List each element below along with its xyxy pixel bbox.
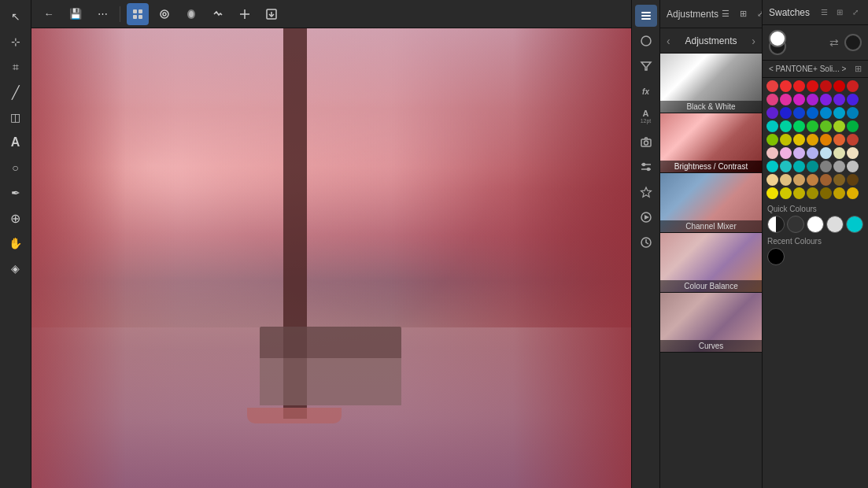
swatch[interactable] <box>833 161 845 172</box>
swatch[interactable] <box>793 187 805 199</box>
fx-button[interactable]: fx <box>635 80 657 102</box>
swatch[interactable] <box>766 187 778 199</box>
swatch[interactable] <box>780 161 792 172</box>
star-button[interactable] <box>635 181 657 203</box>
swatches-grid-icon[interactable]: ⊞ <box>833 6 846 19</box>
swatch[interactable] <box>807 174 818 186</box>
quick-black-swatch[interactable] <box>787 216 804 233</box>
adjustment-cb[interactable]: Colour Balance <box>660 233 762 293</box>
swatch[interactable] <box>807 187 818 199</box>
liquify-persona-button[interactable] <box>180 3 202 25</box>
swatch[interactable] <box>847 161 859 172</box>
swatch[interactable] <box>820 161 832 172</box>
swatch[interactable] <box>820 134 832 146</box>
adjustments-nav-prev[interactable]: ‹ <box>667 35 670 47</box>
swatch[interactable] <box>766 107 778 119</box>
swatch[interactable] <box>847 107 859 119</box>
swatch[interactable] <box>793 174 805 186</box>
tool-fill[interactable]: ◫ <box>4 105 28 129</box>
tool-zoom[interactable]: ⊕ <box>4 206 28 230</box>
tool-pointer[interactable]: ↖ <box>4 5 28 28</box>
swatch[interactable] <box>766 147 778 159</box>
adjustments-nav-next[interactable]: › <box>752 35 755 47</box>
swatch[interactable] <box>820 187 832 199</box>
swatch[interactable] <box>780 147 792 159</box>
camera-button[interactable] <box>635 131 657 153</box>
swatch[interactable] <box>766 134 778 146</box>
swatch[interactable] <box>780 134 792 146</box>
tool-crop[interactable]: ⌗ <box>4 55 28 79</box>
save-button[interactable]: 💾 <box>65 3 87 25</box>
swatch[interactable] <box>793 161 805 172</box>
swatch[interactable] <box>780 107 792 119</box>
swatch[interactable] <box>807 161 818 172</box>
swatch[interactable] <box>766 161 778 172</box>
layers-button[interactable] <box>635 5 657 27</box>
swatch[interactable] <box>847 187 859 199</box>
recent-black-swatch[interactable] <box>767 248 785 265</box>
quick-lightgray-swatch[interactable] <box>826 216 844 233</box>
more-button[interactable]: ⋯ <box>91 3 113 25</box>
swatches-list-icon[interactable]: ☰ <box>818 6 830 19</box>
develop-persona-button[interactable] <box>207 3 229 25</box>
swatch[interactable] <box>833 120 845 132</box>
swatch[interactable] <box>780 174 792 186</box>
half-circle-swatch[interactable] <box>767 216 785 233</box>
swatch[interactable] <box>807 134 818 146</box>
swatch[interactable] <box>820 147 832 159</box>
palette-grid-icon[interactable]: ⊞ <box>855 64 862 74</box>
swatch[interactable] <box>847 94 859 105</box>
swatch[interactable] <box>820 94 832 105</box>
swatch[interactable] <box>833 147 845 159</box>
swatch[interactable] <box>807 94 818 105</box>
swatch[interactable] <box>793 134 805 146</box>
swatch[interactable] <box>793 147 805 159</box>
swatch[interactable] <box>820 80 832 92</box>
swatch[interactable] <box>807 80 818 92</box>
tool-hand[interactable]: ✋ <box>4 231 28 255</box>
swatch[interactable] <box>766 120 778 132</box>
select-persona-button[interactable] <box>153 3 175 25</box>
circle-select-button[interactable] <box>635 30 657 52</box>
swatch[interactable] <box>766 174 778 186</box>
swatch[interactable] <box>766 94 778 105</box>
swatch[interactable] <box>833 80 845 92</box>
swatch[interactable] <box>807 107 818 119</box>
swatch[interactable] <box>847 174 859 186</box>
swatch[interactable] <box>847 134 859 146</box>
tool-node[interactable]: ⊹ <box>4 30 28 54</box>
tone-curve-button[interactable] <box>234 3 256 25</box>
swatch[interactable] <box>847 147 859 159</box>
swatch[interactable] <box>833 94 845 105</box>
tool-paint-brush[interactable]: ╱ <box>4 80 28 104</box>
pixel-persona-button[interactable] <box>127 3 149 25</box>
adjustment-bw[interactable]: Black & White <box>660 54 762 113</box>
swatch[interactable] <box>807 120 818 132</box>
palette-selector[interactable]: < PANTONE+ Soli... > ⊞ <box>763 61 868 78</box>
swap-colors-icon[interactable]: ⇄ <box>827 35 841 50</box>
swatch[interactable] <box>793 107 805 119</box>
adjustment-cm[interactable]: Channel Mixer <box>660 173 762 233</box>
play-button[interactable] <box>635 206 657 228</box>
swatch[interactable] <box>820 107 832 119</box>
swatch[interactable] <box>833 174 845 186</box>
tool-pen[interactable]: ✒ <box>4 181 28 205</box>
swatch[interactable] <box>833 134 845 146</box>
swatch[interactable] <box>833 107 845 119</box>
history-button[interactable] <box>635 231 657 253</box>
foreground-color[interactable] <box>769 30 786 47</box>
swatch[interactable] <box>780 120 792 132</box>
swatch[interactable] <box>847 120 859 132</box>
adjustments-grid-view[interactable]: ⊞ <box>736 7 750 21</box>
type-style-button[interactable]: A 12pt <box>635 105 657 128</box>
swatch[interactable] <box>820 120 832 132</box>
adjustment-bc[interactable]: Brightness / Contrast <box>660 113 762 173</box>
adjustment-cv[interactable]: Curves <box>660 293 762 353</box>
swatch[interactable] <box>793 120 805 132</box>
quick-white-swatch[interactable] <box>807 216 824 233</box>
swatch[interactable] <box>820 174 832 186</box>
tool-text[interactable]: A <box>4 131 28 154</box>
quick-cyan-swatch[interactable] <box>846 216 863 233</box>
swatch[interactable] <box>780 80 792 92</box>
swatch[interactable] <box>780 94 792 105</box>
